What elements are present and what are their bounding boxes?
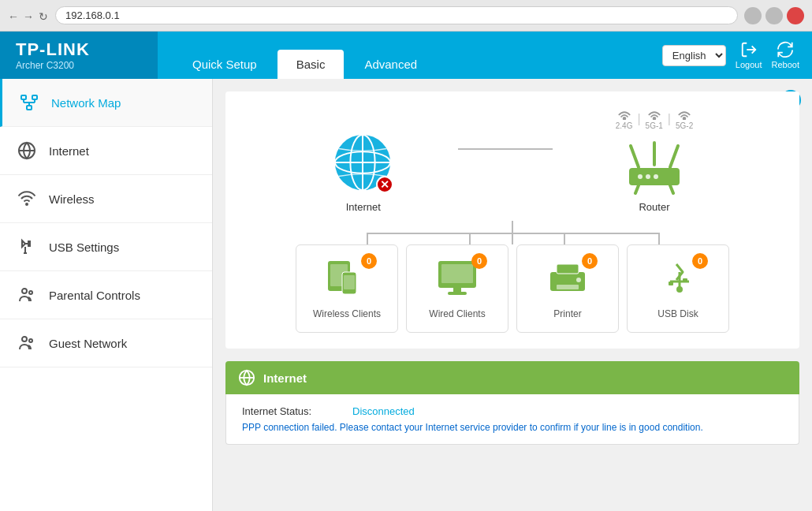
status-section-label: Internet — [263, 371, 307, 385]
svg-rect-35 — [344, 275, 355, 289]
svg-rect-41 — [557, 264, 579, 274]
svg-rect-46 — [669, 282, 673, 285]
sidebar-label-wireless: Wireless — [49, 192, 95, 206]
svg-rect-37 — [441, 264, 473, 283]
wireless-clients-card[interactable]: 0 Wireless Clients — [296, 244, 398, 333]
wifi-5g2: 5G-2 — [676, 107, 693, 130]
svg-point-13 — [22, 337, 27, 341]
network-diagram: ✕ Internet — [241, 107, 784, 333]
internet-node: ✕ Internet — [332, 132, 395, 213]
wireless-clients-label: Wireless Clients — [313, 308, 381, 319]
usb-icon — [16, 236, 38, 258]
sidebar-label-network-map: Network Map — [51, 96, 121, 110]
svg-point-31 — [654, 174, 658, 179]
usb-disk-card[interactable]: 0 USB Disk — [627, 244, 729, 333]
usb-disk-label: USB Disk — [657, 308, 698, 319]
sidebar-label-parental: Parental Controls — [49, 289, 140, 302]
svg-rect-38 — [453, 288, 461, 292]
sidebar-item-parental[interactable]: Parental Controls — [0, 271, 212, 319]
band-5g1: 5G-1 — [646, 121, 663, 130]
language-select[interactable]: English — [662, 45, 726, 66]
wifi-2g: 2.4G — [616, 107, 633, 130]
internet-icon — [16, 140, 38, 162]
guest-icon — [16, 332, 38, 354]
browser-action-3[interactable] — [787, 7, 804, 24]
sidebar-label-guest: Guest Network — [49, 337, 127, 350]
printer-badge-wrap: 0 — [544, 258, 591, 302]
svg-rect-42 — [557, 285, 579, 289]
wired-clients-card[interactable]: 0 Wired Clients — [406, 244, 508, 333]
printer-count: 0 — [582, 253, 598, 269]
address-bar[interactable]: 192.168.0.1 — [55, 6, 738, 24]
network-map-card: ✕ Internet — [225, 91, 799, 349]
sep1: | — [637, 112, 640, 126]
refresh-button[interactable]: ↻ — [38, 10, 49, 21]
reboot-button[interactable]: Reboot — [772, 41, 799, 69]
tab-basic[interactable]: Basic — [277, 50, 345, 79]
svg-point-43 — [576, 278, 581, 282]
router-node: 2.4G | 5G-1 — [616, 107, 693, 213]
branch-lines — [241, 221, 784, 244]
svg-point-14 — [29, 339, 32, 342]
svg-rect-3 — [27, 106, 32, 110]
wireless-icon — [16, 188, 38, 210]
svg-point-22 — [683, 117, 686, 120]
wired-clients-count: 0 — [471, 253, 487, 269]
nav-tabs: Quick Setup Basic Advanced — [158, 32, 650, 79]
header-right: English Logout Reboot — [650, 32, 812, 79]
browser-action-1[interactable] — [744, 7, 762, 24]
status-body: Internet Status: Disconnected PPP connec… — [225, 394, 799, 445]
tab-advanced[interactable]: Advanced — [345, 50, 436, 79]
svg-point-10 — [26, 203, 28, 205]
reboot-label: Reboot — [772, 60, 799, 69]
forward-button[interactable]: → — [23, 10, 34, 21]
logout-button[interactable]: Logout — [736, 41, 762, 69]
sidebar-label-usb: USB Settings — [49, 241, 119, 254]
svg-line-27 — [635, 185, 639, 193]
parental-icon — [16, 284, 38, 306]
svg-rect-2 — [32, 95, 37, 99]
tab-quick-setup[interactable]: Quick Setup — [173, 50, 276, 79]
header: TP-LINK Archer C3200 Quick Setup Basic A… — [0, 32, 812, 79]
sidebar-item-usb[interactable]: USB Settings — [0, 223, 212, 271]
wifi-indicators: 2.4G | 5G-1 — [616, 107, 693, 130]
svg-point-21 — [653, 117, 655, 120]
internet-status-section: Internet Internet Status: Disconnected P… — [225, 361, 799, 445]
wifi-5g1: 5G-1 — [646, 107, 663, 130]
svg-point-20 — [623, 117, 625, 120]
sep2: | — [668, 112, 671, 126]
sidebar: Network Map Internet — [0, 79, 213, 511]
svg-rect-39 — [448, 292, 467, 295]
top-row: ✕ Internet — [332, 107, 693, 213]
internet-globe: ✕ — [332, 132, 395, 195]
status-value: Disconnected — [352, 405, 415, 417]
sidebar-item-guest[interactable]: Guest Network — [0, 319, 212, 367]
svg-point-30 — [646, 174, 650, 179]
band-2g: 2.4G — [616, 121, 633, 130]
network-map-icon — [18, 91, 40, 114]
content-area: ? — [213, 79, 812, 511]
browser-action-2[interactable] — [765, 7, 783, 24]
printer-label: Printer — [553, 308, 581, 319]
sidebar-label-internet: Internet — [49, 144, 89, 158]
status-globe-icon — [238, 369, 255, 386]
band-5g2: 5G-2 — [676, 121, 693, 130]
svg-point-48 — [676, 286, 683, 293]
wireless-clients-count: 0 — [361, 253, 377, 269]
status-row: Internet Status: Disconnected — [242, 405, 783, 417]
model-name: Archer C3200 — [16, 60, 142, 71]
usb-disk-count: 0 — [692, 253, 708, 269]
svg-point-29 — [638, 174, 643, 179]
status-header: Internet — [225, 361, 799, 394]
printer-card[interactable]: 0 Printer — [516, 244, 619, 333]
status-message: PPP connection failed. Please contact yo… — [242, 422, 783, 433]
sidebar-item-internet[interactable]: Internet — [0, 127, 212, 175]
router-label: Router — [639, 201, 669, 213]
internet-label: Internet — [346, 201, 381, 213]
sidebar-item-network-map[interactable]: Network Map — [0, 79, 212, 127]
wired-clients-label: Wired Clients — [429, 308, 485, 319]
svg-line-28 — [670, 185, 673, 193]
sidebar-item-wireless[interactable]: Wireless — [0, 175, 212, 223]
main: Network Map Internet — [0, 79, 812, 511]
back-button[interactable]: ← — [8, 10, 19, 21]
